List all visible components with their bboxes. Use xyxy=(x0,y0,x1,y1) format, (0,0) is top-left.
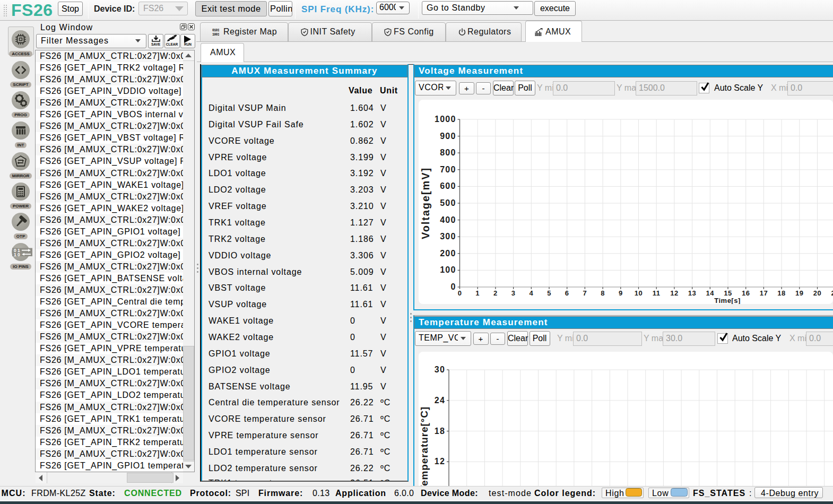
svg-text:9: 9 xyxy=(619,289,623,297)
svg-text:7: 7 xyxy=(583,289,587,297)
svg-text:12: 12 xyxy=(670,289,678,297)
svg-text:20: 20 xyxy=(813,289,821,297)
svg-text:3: 3 xyxy=(511,289,516,297)
svg-text:11: 11 xyxy=(653,289,661,297)
svg-text:18: 18 xyxy=(435,427,445,436)
svg-text:15: 15 xyxy=(724,289,732,297)
svg-text:17: 17 xyxy=(760,289,768,297)
svg-text:800: 800 xyxy=(440,148,456,157)
svg-text:10: 10 xyxy=(635,289,643,297)
svg-text:24: 24 xyxy=(435,396,445,405)
svg-text:Temperature[°C]: Temperature[°C] xyxy=(419,406,430,486)
svg-text:30: 30 xyxy=(435,365,445,374)
svg-text:5: 5 xyxy=(547,289,551,297)
svg-text:600: 600 xyxy=(440,181,456,190)
svg-text:16: 16 xyxy=(742,289,750,297)
svg-text:6: 6 xyxy=(565,289,569,297)
svg-text:0101: 0101 xyxy=(212,29,219,32)
svg-text:1: 1 xyxy=(475,289,480,297)
svg-text:300: 300 xyxy=(440,232,456,241)
svg-text:21: 21 xyxy=(831,289,833,297)
svg-text:14: 14 xyxy=(706,289,715,297)
svg-text:13: 13 xyxy=(688,289,696,297)
svg-text:19: 19 xyxy=(795,289,803,297)
svg-text:200: 200 xyxy=(440,249,456,258)
svg-text:1000: 1000 xyxy=(435,115,456,124)
svg-text:100: 100 xyxy=(440,265,456,274)
svg-text:4: 4 xyxy=(529,289,533,297)
svg-text:500: 500 xyxy=(440,198,456,207)
svg-text:12: 12 xyxy=(435,457,445,466)
svg-text:18: 18 xyxy=(777,289,785,297)
svg-text:8: 8 xyxy=(601,289,605,297)
svg-text:1001: 1001 xyxy=(212,33,219,37)
svg-text:700: 700 xyxy=(440,165,456,174)
svg-text:900: 900 xyxy=(440,132,456,141)
svg-text:1 0: 1 0 xyxy=(14,252,20,257)
svg-text:Time[s]: Time[s] xyxy=(714,297,741,304)
svg-text:Voltage[mV]: Voltage[mV] xyxy=(420,167,431,239)
svg-text:0: 0 xyxy=(458,289,462,297)
svg-text:0: 0 xyxy=(450,282,456,291)
svg-text:2: 2 xyxy=(493,289,498,297)
svg-text:400: 400 xyxy=(440,215,456,224)
